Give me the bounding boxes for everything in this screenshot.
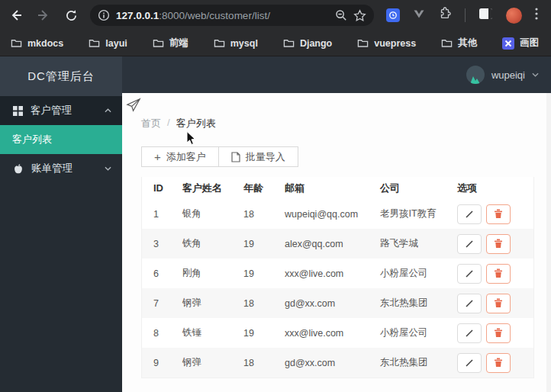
folder-icon (89, 38, 100, 48)
chevron-up-icon (105, 108, 111, 113)
cell-email: xxx@live.com (285, 268, 380, 279)
batch-import-button[interactable]: 批量导入 (219, 146, 298, 167)
cell-id: 1 (153, 209, 182, 220)
drawing-app-icon (502, 37, 514, 50)
page-scrollbar[interactable] (546, 93, 551, 392)
bookmark-star-icon[interactable] (353, 9, 366, 22)
edit-button[interactable] (457, 234, 482, 254)
browser-menu-kebab-icon[interactable] (535, 8, 538, 23)
cell-age: 19 (243, 268, 285, 279)
folder-icon (283, 38, 295, 48)
zoom-icon[interactable] (335, 9, 347, 21)
plus-icon: + (154, 150, 161, 163)
sidebar: DC管理后台 客户管理 客户列表 账单管理 (0, 56, 122, 392)
extensions-puzzle-icon[interactable] (438, 7, 452, 24)
bookmark-folder-django[interactable]: Django (283, 38, 332, 49)
bookmark-folder-frontend[interactable]: 前端 (153, 37, 188, 50)
edit-button[interactable] (457, 204, 482, 224)
cell-email: xxx@live.com (285, 328, 380, 339)
edit-button[interactable] (457, 264, 482, 284)
edit-button[interactable] (457, 353, 482, 373)
pencil-icon (465, 358, 474, 368)
side-panel-icon[interactable] (478, 8, 493, 23)
toolbar-separator (465, 8, 466, 22)
table-row: 8 铁锤 19 xxx@live.com 小粉屋公司 (142, 318, 533, 348)
pencil-icon (465, 329, 474, 338)
add-customer-button[interactable]: + 添加客户 (141, 146, 219, 167)
sidebar-item-label: 账单管理 (31, 162, 97, 175)
cell-name: 钢弹 (182, 297, 243, 310)
cell-age: 19 (243, 239, 285, 249)
refresh-icon[interactable] (60, 4, 82, 27)
table-row: 9 钢弹 18 gd@xx.com 东北热集团 (142, 348, 533, 378)
pencil-icon (465, 239, 474, 249)
back-icon[interactable] (5, 4, 27, 27)
breadcrumb-home[interactable]: 首页 (141, 117, 161, 130)
table-row: 7 钢弹 18 gd@xx.com 东北热集团 (142, 288, 533, 318)
cell-company: 老男孩IT教育 (380, 207, 457, 220)
trash-icon (494, 239, 503, 249)
table-row: 1 银角 18 wupeiqi@qq.com 老男孩IT教育 (142, 199, 533, 229)
table-header: ID 客户姓名 年龄 邮箱 公司 选项 (142, 177, 533, 199)
cell-email: alex@qq.com (285, 239, 380, 249)
app-title: DC管理后台 (0, 56, 122, 96)
folder-icon (441, 38, 453, 48)
col-options: 选项 (457, 182, 533, 195)
cell-company: 东北热集团 (380, 356, 457, 369)
pencil-icon (465, 210, 474, 219)
pencil-icon (465, 269, 474, 278)
cell-id: 7 (153, 298, 182, 309)
delete-button[interactable] (486, 323, 511, 343)
folder-icon (153, 38, 164, 48)
delete-button[interactable] (486, 353, 511, 373)
bookmark-folder-mkdocs[interactable]: mkdocs (11, 38, 63, 49)
bookmark-drawing[interactable]: 画图 (502, 37, 539, 50)
user-menu-chevron-icon[interactable] (532, 72, 539, 77)
cell-name: 钢弹 (182, 356, 243, 369)
browser-toolbar: 127.0.0.1:8000/web/customer/list/ (0, 0, 551, 31)
customer-table: ID 客户姓名 年龄 邮箱 公司 选项 1 银角 18 wupeiqi@qq.c… (141, 177, 534, 378)
v-extension-icon[interactable] (413, 8, 425, 22)
edit-button[interactable] (457, 294, 482, 313)
app-window: DC管理后台 客户管理 客户列表 账单管理 wupeiqi (0, 56, 551, 392)
paper-plane-icon (125, 98, 142, 116)
cell-name: 银角 (182, 207, 243, 220)
cell-age: 18 (243, 298, 285, 309)
sidebar-item-customer-list[interactable]: 客户列表 (0, 125, 122, 154)
col-name: 客户姓名 (182, 182, 243, 195)
cell-name: 铁锤 (182, 326, 243, 339)
site-info-icon[interactable] (98, 9, 110, 21)
address-bar[interactable]: 127.0.0.1:8000/web/customer/list/ (90, 5, 374, 26)
bookmark-folder-layui[interactable]: layui (89, 38, 127, 49)
cell-id: 3 (153, 239, 182, 249)
sidebar-item-billing-management[interactable]: 账单管理 (0, 154, 122, 183)
delete-button[interactable] (486, 264, 511, 284)
bookmark-folder-mysql[interactable]: mysql (214, 38, 258, 49)
folder-icon (11, 38, 22, 48)
bookmark-folder-other[interactable]: 其他 (441, 37, 477, 50)
document-icon (231, 152, 240, 162)
browser-profile-avatar[interactable] (506, 8, 522, 24)
trash-icon (494, 298, 503, 308)
apple-icon (13, 163, 24, 175)
table-row: 6 刚角 19 xxx@live.com 小粉屋公司 (142, 259, 533, 288)
trash-icon (494, 358, 503, 368)
delete-button[interactable] (486, 204, 511, 224)
sidebar-item-customer-management[interactable]: 客户管理 (0, 96, 122, 125)
cell-company: 小粉屋公司 (380, 326, 457, 339)
sidebar-item-label: 客户管理 (31, 104, 97, 117)
cell-email: wupeiqi@qq.com (285, 209, 380, 220)
sidebar-subitem-label: 客户列表 (12, 133, 52, 146)
delete-button[interactable] (486, 234, 511, 254)
cell-id: 6 (153, 268, 182, 279)
mouse-cursor (186, 131, 197, 149)
windows-icon (13, 106, 23, 116)
pencil-icon (465, 299, 474, 308)
bookmark-folder-vuepress[interactable]: vuepress (357, 38, 416, 49)
url-text: 127.0.0.1:8000/web/customer/list/ (116, 10, 329, 21)
edit-button[interactable] (457, 323, 482, 343)
cell-age: 18 (243, 209, 285, 220)
blue-extension-icon[interactable] (386, 8, 400, 22)
forward-icon[interactable] (32, 4, 55, 27)
delete-button[interactable] (486, 294, 511, 313)
